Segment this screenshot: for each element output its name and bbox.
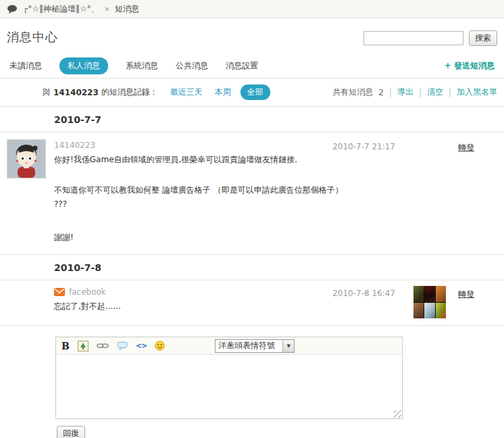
page-header: 消息中心 搜索 <box>0 18 504 54</box>
separator: | <box>449 88 451 97</box>
filter-range-all[interactable]: 全部 <box>241 84 270 100</box>
send-message-link[interactable]: + 發送短消息 <box>445 60 495 72</box>
message-text: 忘記了,對不起...... <box>54 300 474 312</box>
clear-link[interactable]: 清空 <box>427 87 443 98</box>
sender-name[interactable]: 14140223 <box>54 141 95 150</box>
breadcrumb-current-page: 短消息 <box>115 3 139 15</box>
filter-bar: 與 14140223 的短消息記錄： 最近三天 本周 全部 共有短消息 2 | … <box>0 78 504 107</box>
code-icon[interactable]: <> <box>136 341 147 350</box>
quote-icon[interactable] <box>117 341 128 350</box>
filter-username: 14140223 <box>53 88 99 97</box>
image-icon[interactable] <box>78 341 89 351</box>
breadcrumb: ┌°☆‖神秘論壇‖☆°、 » 短消息 <box>0 0 504 18</box>
message-tabs: 未讀消息 私人消息 系統消息 公共消息 消息設置 + 發送短消息 <box>0 54 504 78</box>
link-icon[interactable] <box>97 342 109 349</box>
date-label: 2010-7-7 <box>54 114 101 125</box>
editor-toolbar: B <> <box>56 337 402 355</box>
message-row: 14140223 2010-7-7 21:17 轉發 你好!我係Game自由領域… <box>0 132 504 255</box>
sender-name[interactable]: facebook <box>69 287 106 297</box>
tab-unread[interactable]: 未讀消息 <box>9 60 42 72</box>
total-label: 共有短消息 <box>332 87 373 98</box>
filter-actions: 共有短消息 2 | 導出 | 清空 | 加入黑名單 <box>332 87 497 98</box>
filter-range-week[interactable]: 本周 <box>215 87 231 98</box>
reply-button[interactable]: 回復 <box>57 426 85 438</box>
total-count: 2 <box>378 88 384 97</box>
filter-label-prefix: 與 <box>43 87 51 98</box>
blacklist-link[interactable]: 加入黑名單 <box>457 87 497 98</box>
export-link[interactable]: 導出 <box>397 87 413 98</box>
smiley-icon[interactable] <box>155 341 165 351</box>
tab-public[interactable]: 公共消息 <box>176 60 208 72</box>
page-title: 消息中心 <box>7 29 58 45</box>
chevron-down-icon: ▼ <box>282 340 294 352</box>
message-text: 謝謝! <box>54 231 474 243</box>
bold-button[interactable]: B <box>61 341 70 351</box>
tab-private[interactable]: 私人消息 <box>59 57 108 74</box>
breadcrumb-separator: » <box>105 4 109 14</box>
message-time: 2010-7-7 21:17 <box>332 142 395 151</box>
date-label: 2010-7-8 <box>54 262 101 273</box>
filter-label-suffix: 的短消息記錄： <box>101 87 158 98</box>
tab-system[interactable]: 系統消息 <box>126 60 158 72</box>
forward-link[interactable]: 轉發 <box>458 289 474 300</box>
sender-avatar[interactable] <box>413 286 446 318</box>
message-text: ??? <box>54 198 474 210</box>
breadcrumb-forum-link[interactable]: ┌°☆‖神秘論壇‖☆°、 <box>23 3 99 15</box>
separator: | <box>419 88 422 97</box>
search-button[interactable]: 搜索 <box>469 30 497 46</box>
search-input[interactable] <box>363 31 463 45</box>
date-group-header: 2010-7-7 <box>0 107 504 132</box>
message-row: facebook 2010-7-8 16:47 轉發 忘記了,對不起...... <box>0 281 504 326</box>
envelope-icon <box>54 288 65 296</box>
search-area: 搜索 <box>363 30 497 46</box>
reply-editor: B <> <box>55 337 403 419</box>
reply-textarea[interactable] <box>56 355 402 418</box>
chat-bubble-icon <box>7 5 18 14</box>
filter-range-3days[interactable]: 最近三天 <box>170 87 203 98</box>
date-group-header: 2010-7-8 <box>0 255 504 281</box>
forward-link[interactable]: 轉發 <box>458 142 474 153</box>
sender-avatar[interactable] <box>7 139 46 178</box>
separator: | <box>389 88 392 97</box>
message-time: 2010-7-8 16:47 <box>332 289 395 298</box>
emoticon-select-value: 洋蔥頭表情符號 <box>216 340 282 351</box>
tab-settings[interactable]: 消息設置 <box>226 60 258 72</box>
message-text: 不知道你可不可以教我如何整 論壇廣告格子 （即是可以申請此廣告位那個格子） <box>54 184 474 196</box>
message-text: 你好!我係Game自由領域的管理員,很榮幸可以跟貴論壇做友情鏈接. <box>54 153 474 166</box>
emoticon-select[interactable]: 洋蔥頭表情符號 ▼ <box>215 339 295 353</box>
